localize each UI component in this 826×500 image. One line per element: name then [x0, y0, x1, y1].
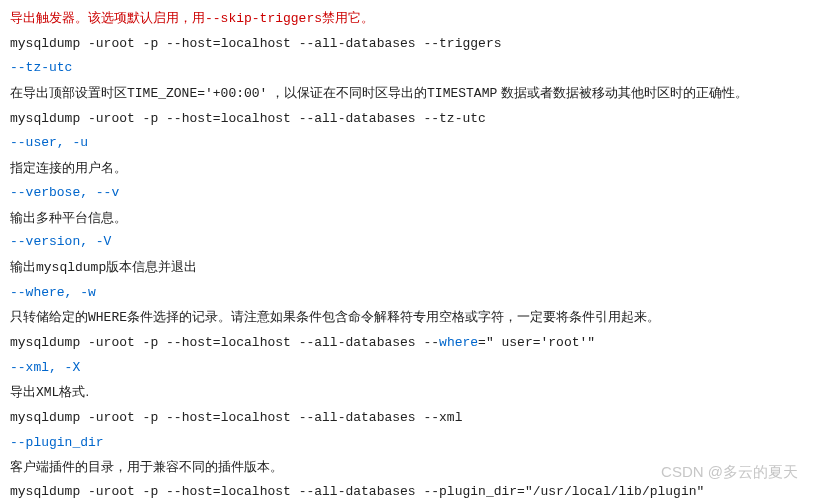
line-14: --xml, -X	[10, 356, 816, 381]
line-10-part-1: mysqldump	[36, 260, 106, 275]
line-13-part-1: where	[439, 335, 478, 350]
line-13-part-2: =" user='root'"	[478, 335, 595, 350]
line-16: mysqldump -uroot -p --host=localhost --a…	[10, 406, 816, 431]
line-10: 输出mysqldump版本信息并退出	[10, 255, 816, 281]
line-8: 输出多种平台信息。	[10, 206, 816, 231]
line-3-part-1: TIME_ZONE='+00:00'	[127, 86, 267, 101]
line-15: 导出XML格式.	[10, 380, 816, 406]
line-19: mysqldump -uroot -p --host=localhost --a…	[10, 480, 816, 500]
line-11: --where, -w	[10, 281, 816, 306]
line-4: mysqldump -uroot -p --host=localhost --a…	[10, 107, 816, 132]
line-2: --tz-utc	[10, 56, 816, 81]
line-3: 在导出顶部设置时区TIME_ZONE='+00:00' ，以保证在不同时区导出的…	[10, 81, 816, 107]
line-3-part-0: 在导出顶部设置时区	[10, 85, 127, 100]
line-13-part-0: mysqldump -uroot -p --host=localhost --a…	[10, 335, 439, 350]
line-12-part-2: 条件选择的记录。请注意如果条件包含命令解释符专用空格或字符，一定要将条件引用起来…	[127, 309, 660, 324]
line-3-part-3: TIMESTAMP	[427, 86, 497, 101]
line-10-part-2: 版本信息并退出	[106, 259, 197, 274]
line-15-part-2: 格式.	[59, 384, 89, 399]
line-3-part-2: ，以保证在不同时区导出的	[267, 85, 427, 100]
line-12: 只转储给定的WHERE条件选择的记录。请注意如果条件包含命令解释符专用空格或字符…	[10, 305, 816, 331]
line-0-part-0: 导出触发器。该选项默认启用，用	[10, 10, 205, 25]
line-1: mysqldump -uroot -p --host=localhost --a…	[10, 32, 816, 57]
line-9: --version, -V	[10, 230, 816, 255]
line-0-part-2: 禁用它。	[322, 10, 374, 25]
line-13: mysqldump -uroot -p --host=localhost --a…	[10, 331, 816, 356]
line-15-part-1: XML	[36, 385, 59, 400]
line-15-part-0: 导出	[10, 384, 36, 399]
line-10-part-0: 输出	[10, 259, 36, 274]
line-12-part-0: 只转储给定的	[10, 309, 88, 324]
line-3-part-4: 数据或者数据被移动其他时区时的正确性。	[497, 85, 748, 100]
line-12-part-1: WHERE	[88, 310, 127, 325]
line-5: --user, -u	[10, 131, 816, 156]
document-content: 导出触发器。该选项默认启用，用--skip-triggers禁用它。mysqld…	[10, 6, 816, 500]
line-17: --plugin_dir	[10, 431, 816, 456]
line-0: 导出触发器。该选项默认启用，用--skip-triggers禁用它。	[10, 6, 816, 32]
line-18: 客户端插件的目录，用于兼容不同的插件版本。	[10, 455, 816, 480]
line-0-part-1: --skip-triggers	[205, 11, 322, 26]
line-6: 指定连接的用户名。	[10, 156, 816, 181]
line-7: --verbose, --v	[10, 181, 816, 206]
